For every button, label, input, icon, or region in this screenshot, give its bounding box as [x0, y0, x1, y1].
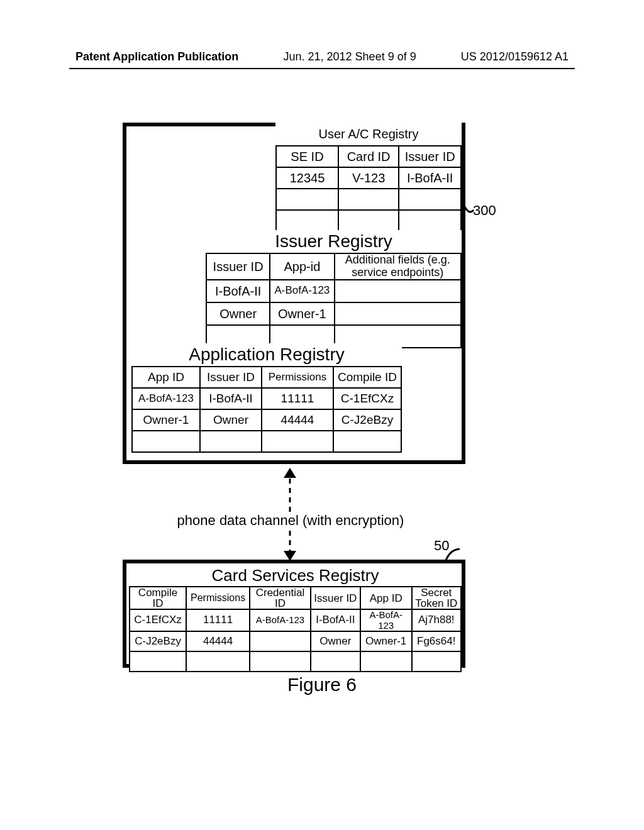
card-h-issuerid: Issuer ID: [311, 587, 360, 609]
user-h-seid: SE ID: [276, 146, 338, 167]
card-services-box-50: Card Services Registry Compile ID Permis…: [123, 560, 465, 668]
user-h-issuerid: Issuer ID: [399, 146, 461, 167]
card-h-permissions: Permissions: [186, 587, 250, 609]
table-row: 12345 V-123 I-BofA-II: [276, 167, 461, 189]
issuer-h-appid: App-id: [270, 253, 334, 280]
pub-label: Patent Application Publication: [75, 50, 238, 64]
table-row: Owner Owner-1: [206, 302, 461, 325]
app-h-compileid: Compile ID: [333, 367, 401, 388]
figure-caption: Figure 6: [0, 674, 644, 695]
card-h-compileid: Compile ID: [130, 587, 186, 609]
pub-number: US 2012/0159612 A1: [461, 50, 569, 64]
callout-hook-icon: [464, 206, 474, 220]
table-row: [276, 210, 461, 231]
card-h-secrettoken: Secret Token ID: [412, 587, 462, 609]
app-h-permissions: Permissions: [262, 367, 333, 388]
application-registry-table: Application Registry App ID Issuer ID Pe…: [131, 343, 402, 453]
arrow-up-icon: [282, 468, 297, 512]
callout-hook-icon: [444, 548, 460, 561]
reference-300: 300: [473, 202, 496, 219]
user-h-cardid: Card ID: [338, 146, 399, 167]
arrow-down-icon: [282, 531, 297, 561]
sheet-label: Jun. 21, 2012 Sheet 9 of 9: [284, 50, 416, 64]
server-box-300: User A/C Registry SE ID Card ID Issuer I…: [123, 123, 465, 464]
card-h-appid: App ID: [360, 587, 412, 609]
table-row: [130, 651, 461, 672]
issuer-registry-table: Issuer Registry Issuer ID App-id Additio…: [206, 230, 462, 348]
channel-label: phone data channel (with encryption): [0, 512, 613, 529]
app-h-issuerid: Issuer ID: [200, 367, 262, 388]
card-h-credentialid: Credential ID: [250, 587, 311, 609]
issuer-h-issuerid: Issuer ID: [206, 253, 270, 280]
card-services-registry-title: Card Services Registry: [130, 565, 461, 587]
header-rule: [69, 68, 575, 69]
user-registry-title: User A/C Registry: [276, 123, 461, 146]
table-row: [276, 189, 461, 210]
table-row: [132, 431, 401, 452]
application-registry-title: Application Registry: [132, 343, 401, 367]
table-row: C-J2eBzy 44444 Owner Owner-1 Fg6s64!: [130, 631, 461, 651]
svg-marker-1: [284, 468, 296, 478]
table-row: I-BofA-II A-BofA-123: [206, 280, 461, 302]
issuer-registry-title: Issuer Registry: [206, 230, 461, 253]
page-header: Patent Application Publication Jun. 21, …: [0, 50, 644, 64]
table-row: A-BofA-123 I-BofA-II 11111 C-1EfCXz: [132, 388, 401, 409]
app-h-appid: App ID: [132, 367, 200, 388]
table-row: C-1EfCXz 11111 A-BofA-123 I-BofA-II A-Bo…: [130, 609, 461, 631]
issuer-h-additional: Additional fields (e.g. service endpoint…: [335, 253, 461, 280]
user-registry-table: User A/C Registry SE ID Card ID Issuer I…: [275, 123, 462, 232]
card-services-registry-table: Card Services Registry Compile ID Permis…: [129, 565, 462, 672]
table-row: Owner-1 Owner 44444 C-J2eBzy: [132, 409, 401, 431]
